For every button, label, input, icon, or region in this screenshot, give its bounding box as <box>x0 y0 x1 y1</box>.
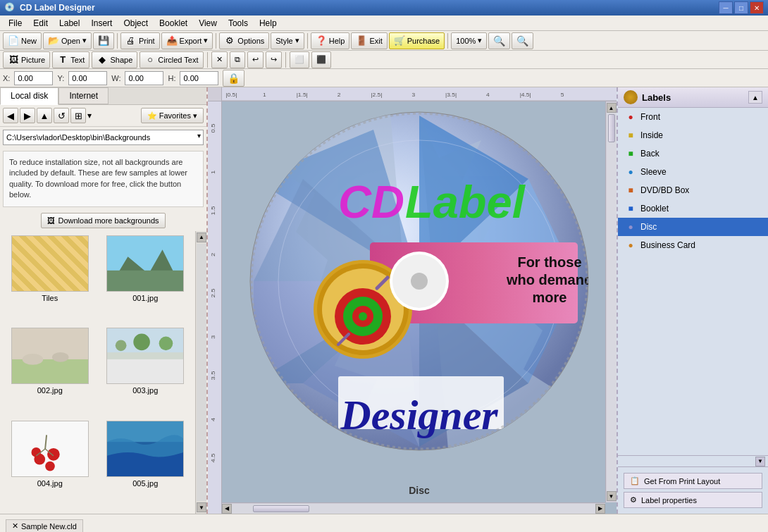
save-button[interactable]: 💾 <box>93 32 114 49</box>
zoom-in-button[interactable]: 🔍 <box>512 32 533 49</box>
align-center-button[interactable]: ⬛ <box>311 51 331 68</box>
label-inside[interactable]: ■ Inside <box>618 126 768 144</box>
nav-back-button[interactable]: ◀ <box>3 108 18 123</box>
menu-label[interactable]: Label <box>54 17 85 30</box>
label-business-card[interactable]: ● Business Card <box>618 236 768 254</box>
disc-canvas[interactable]: For those who demand more CD Label Desig… <box>247 109 592 454</box>
menu-insert[interactable]: Insert <box>85 17 118 30</box>
canvas-container[interactable]: For those who demand more CD Label Desig… <box>222 101 617 514</box>
redo-button[interactable]: ↪ <box>266 51 282 68</box>
close-button[interactable]: ✕ <box>750 1 764 14</box>
delete-button[interactable]: ✕ <box>211 51 228 68</box>
vscroll-down-button[interactable]: ▼ <box>607 491 617 501</box>
tab-local-disk[interactable]: Local disk <box>0 87 58 105</box>
left-panel-scrollbar[interactable]: ▲ ▼ <box>195 231 206 514</box>
y-input[interactable] <box>68 71 107 85</box>
options-button[interactable]: ⚙ Options <box>219 32 269 49</box>
app-icon: 💿 <box>4 2 16 13</box>
h-input[interactable] <box>180 71 218 85</box>
get-from-print-button[interactable]: 📋 Get From Print Layout <box>624 473 762 489</box>
text-button[interactable]: T Text <box>52 51 89 68</box>
svg-text:more: more <box>533 290 567 305</box>
v-scrollbar[interactable]: ▲ ▼ <box>605 101 617 502</box>
list-item[interactable]: 001.jpg <box>100 235 192 324</box>
svg-point-11 <box>134 334 151 351</box>
maximize-button[interactable]: □ <box>734 1 748 14</box>
path-input[interactable] <box>3 130 204 145</box>
minimize-button[interactable]: ─ <box>719 1 733 14</box>
nav-grid-button[interactable]: ⊞ <box>70 108 86 123</box>
export-button[interactable]: 📤 Export▾ <box>161 32 213 49</box>
label-inside-text: Inside <box>640 130 663 140</box>
vscroll-up-button[interactable]: ▲ <box>607 103 617 113</box>
purchase-button[interactable]: 🛒 Purchase <box>389 32 445 49</box>
hscroll-left-button[interactable]: ◀ <box>222 504 232 514</box>
hscroll-thumb[interactable] <box>253 505 309 512</box>
label-back[interactable]: ■ Back <box>618 144 768 163</box>
menu-file[interactable]: File <box>3 17 27 30</box>
hscroll-right-button[interactable]: ▶ <box>595 504 605 514</box>
label-sleeve[interactable]: ● Sleeve <box>618 163 768 181</box>
lock-button[interactable]: 🔒 <box>223 70 244 87</box>
nav-up-button[interactable]: ▲ <box>37 108 52 123</box>
scroll-up-button[interactable]: ▲ <box>197 233 206 242</box>
scroll-down-button[interactable]: ▼ <box>197 502 206 512</box>
help-button[interactable]: ❓ Help <box>311 32 350 49</box>
disc-icon: ● <box>625 221 636 233</box>
download-button[interactable]: 🖼 Download more backgrounds <box>41 213 165 228</box>
label-booklet[interactable]: ■ Booklet <box>618 199 768 218</box>
open-button[interactable]: 📂 Open▾ <box>43 32 92 49</box>
file-tab[interactable]: ✕ Sample New.cld <box>6 519 83 532</box>
help-icon: ❓ <box>316 35 327 47</box>
menu-edit[interactable]: Edit <box>27 17 54 30</box>
label-disc[interactable]: ● Disc <box>618 218 768 236</box>
zoom-out-button[interactable]: 🔍 <box>488 32 510 49</box>
nav-refresh-button[interactable]: ↺ <box>54 108 69 123</box>
x-input[interactable] <box>14 71 53 85</box>
new-button[interactable]: 📄 New <box>3 32 42 49</box>
w-input[interactable] <box>125 71 163 85</box>
menu-booklet[interactable]: Booklet <box>154 17 193 30</box>
menu-help[interactable]: Help <box>254 17 283 30</box>
print-button[interactable]: 🖨 Print <box>120 32 160 49</box>
nav-forward-button[interactable]: ▶ <box>20 108 35 123</box>
svg-text:3: 3 <box>411 92 415 98</box>
label-disc-text: Disc <box>640 222 657 232</box>
list-item[interactable]: 003.jpg <box>100 328 192 416</box>
undo-button[interactable]: ↩ <box>247 51 264 68</box>
zoom-button[interactable]: 100%▾ <box>451 32 487 49</box>
label-properties-button[interactable]: ⚙ Label properties <box>624 492 762 508</box>
list-item[interactable]: 005.jpg <box>100 421 192 509</box>
svg-rect-35 <box>208 101 222 514</box>
download-icon: 🖼 <box>47 216 55 225</box>
download-area: 🖼 Download more backgrounds <box>0 210 206 231</box>
favorites-button[interactable]: ⭐ Favorites ▾ <box>141 108 204 123</box>
collapse-button[interactable]: ▲ <box>748 91 762 104</box>
menu-object[interactable]: Object <box>118 17 154 30</box>
menu-view[interactable]: View <box>193 17 223 30</box>
vscroll-thumb[interactable] <box>608 114 615 142</box>
h-scrollbar[interactable]: ◀ ▶ <box>222 502 605 514</box>
circled-text-button[interactable]: ○ Circled Text <box>140 51 203 68</box>
shape-button[interactable]: ◆ Shape <box>92 51 137 68</box>
label-front[interactable]: ● Front <box>618 108 768 126</box>
labels-title: Labels <box>642 92 671 103</box>
tab-close-icon[interactable]: ✕ <box>12 521 18 531</box>
picture-button[interactable]: 🖼 Picture <box>3 51 50 68</box>
align-left-button[interactable]: ⬜ <box>290 51 309 68</box>
style-button[interactable]: Style▾ <box>271 32 304 49</box>
list-scroll-down[interactable]: ▼ <box>755 457 765 466</box>
h-label: H: <box>168 74 175 82</box>
list-item[interactable]: 002.jpg <box>4 328 96 416</box>
list-item[interactable]: 004.jpg <box>4 421 96 509</box>
exit-button[interactable]: 🚪 Exit <box>351 32 387 49</box>
separator <box>117 33 118 49</box>
path-dropdown-icon[interactable]: ▾ <box>197 132 201 140</box>
menu-tools[interactable]: Tools <box>223 17 254 30</box>
copy-button[interactable]: ⧉ <box>230 51 245 68</box>
list-item[interactable]: Tiles <box>4 235 96 324</box>
label-dvdbd[interactable]: ■ DVD/BD Box <box>618 181 768 199</box>
label-sleeve-text: Sleeve <box>640 167 667 177</box>
svg-text:5: 5 <box>561 92 564 98</box>
tab-internet[interactable]: Internet <box>58 87 109 104</box>
